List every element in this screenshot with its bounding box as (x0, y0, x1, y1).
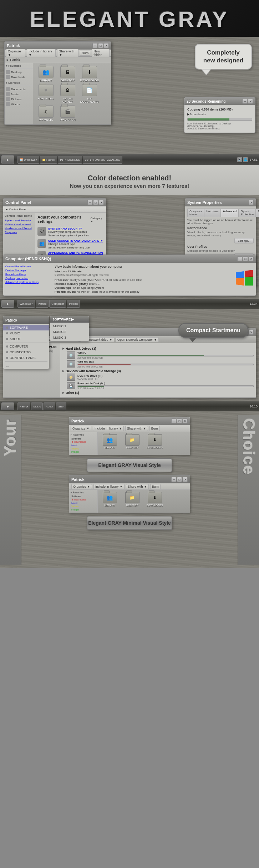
sysinfo-device-mgr[interactable]: Device Manager (5, 269, 52, 272)
computer-close[interactable]: ✕ (249, 330, 254, 335)
sysinfo-max[interactable]: □ (243, 256, 248, 261)
style-btn-1[interactable]: Elegant GRAY Visual Style (87, 458, 172, 472)
tab-remote[interactable]: Remote (256, 209, 259, 217)
dvd-item[interactable]: 📀 DVD-RW Drive (F:) 60.42MB Disk (4:) (62, 374, 254, 381)
minimize-button[interactable]: ─ (92, 43, 97, 48)
tab-advanced[interactable]: Advanced (221, 209, 239, 217)
sysprops-close[interactable]: ✕ (249, 200, 254, 205)
choice-s1-software[interactable]: Software (71, 437, 96, 440)
taskbar2-btn-computer[interactable]: Computer (49, 300, 66, 308)
choice-folder-desk-2[interactable]: 📁 DESKTOP (122, 492, 142, 510)
smi-music[interactable]: MUSIC (3, 330, 49, 336)
taskbar2-btn-patrick2[interactable]: Patrick (67, 300, 80, 308)
smi-controlpanel[interactable]: CONTROL PANEL (3, 355, 49, 361)
start-button-1[interactable]: ▶ (1, 155, 14, 164)
choice-exp1-share[interactable]: Share with ▼ (125, 426, 148, 431)
folder-music[interactable]: ♫ MY MUSIC (36, 106, 56, 122)
choice-s2-videos[interactable]: Videos (71, 505, 96, 508)
copy-close[interactable]: ✕ (248, 99, 253, 104)
choice-exp1-min[interactable]: ─ (171, 418, 176, 423)
folder-videos[interactable]: 🎬 MY VIDEOS (58, 106, 77, 122)
sysinfo-remote[interactable]: Remote settings (5, 273, 52, 276)
cp-system[interactable]: System and Security (5, 219, 34, 222)
sidebar-downloads[interactable]: Downloads (5, 75, 33, 79)
smi-connect[interactable]: CONNECT TO (3, 349, 49, 355)
smi-r-music1[interactable]: MUSIC 1 (50, 323, 89, 329)
cp-system-title[interactable]: SYSTEM AND SECURITY (48, 227, 89, 230)
choice-s2-software[interactable]: Software (71, 495, 96, 498)
tab-system-protect[interactable]: System Protection (239, 209, 256, 217)
maximize-button[interactable]: □ (98, 43, 103, 48)
sysinfo-advanced[interactable]: Advanced system settings (5, 281, 52, 284)
sysinfo-close[interactable]: ✕ (249, 256, 254, 261)
tab-hardware[interactable]: Hardware (204, 209, 221, 217)
choice-folder-lib-1[interactable]: 👥 LIBRARY (100, 434, 120, 453)
choice-s2-downloads[interactable]: ⬇ downloads (71, 498, 96, 502)
cp-max[interactable]: □ (93, 200, 98, 205)
folder-documents[interactable]: 📄 MY DOCUMENTS (80, 84, 99, 103)
cp-hardware[interactable]: Hardware and Sound (5, 227, 34, 230)
toolbar-organize[interactable]: Organize ▼ (6, 49, 25, 57)
drive-d-item[interactable]: 💿 WIN-RO (E:) 238.00 free on 601 GB (62, 360, 254, 368)
smi-about[interactable]: ABOUT (3, 336, 49, 342)
toolbar-burn[interactable]: Burn (80, 51, 90, 56)
choice-folder-desk-1[interactable]: 📁 DESKTOP (122, 434, 142, 453)
sysinfo-min[interactable]: ─ (237, 256, 242, 261)
taskbar3-btn-music[interactable]: Music (31, 402, 43, 410)
taskbar2-btn-patrick[interactable]: Patrick (36, 300, 49, 308)
cp-programs[interactable]: Programs (5, 231, 34, 234)
sidebar-music[interactable]: Music (5, 92, 33, 97)
taskbar3-btn-start[interactable]: Start (56, 402, 66, 410)
start-button-3[interactable]: ▶ (1, 402, 14, 410)
choice-exp1-organize[interactable]: Organize ▼ (71, 426, 91, 431)
taskbar3-btn-p[interactable]: Patrick (17, 402, 30, 410)
sidebar-videos[interactable]: Videos (5, 102, 33, 107)
choice-s1-images[interactable]: images (71, 450, 96, 453)
style-btn-2[interactable]: Elegant GRAY Minimal Visual Style (87, 516, 172, 530)
choice-s1-downloads[interactable]: ⬇ downloads (71, 440, 96, 444)
smi-more[interactable]: ... (3, 363, 49, 368)
cp-view-dropdown[interactable]: Category ▼ (90, 217, 104, 223)
smi-computer[interactable]: COMPUTER (3, 344, 49, 349)
choice-s1-videos[interactable]: Videos (71, 447, 96, 450)
cp-min[interactable]: ─ (87, 200, 92, 205)
removable-item[interactable]: 💾 Removable Disk (H:) 3.25 GB free of 3.… (62, 382, 254, 390)
choice-exp2-max[interactable]: □ (177, 477, 182, 482)
smi-r-music3[interactable]: MUSIC 3 (50, 335, 89, 340)
choice-exp2-include[interactable]: Include in library ▼ (93, 484, 125, 489)
smi-r-music2[interactable]: MUSIC 2 (50, 329, 89, 335)
taskbar2-btn-w7[interactable]: Windows7 (17, 300, 35, 308)
choice-exp1-burn[interactable]: Burn (149, 426, 160, 431)
taskbar-btn-inprogress[interactable]: IN PROGRESS (58, 156, 82, 164)
folder-downloads[interactable]: ⬇ DOWNLOADS (80, 66, 99, 82)
sidebar-desktop[interactable]: Desktop (5, 70, 33, 75)
cp-network[interactable]: Network and Internet (5, 223, 34, 226)
choice-exp2-burn[interactable]: Burn (150, 484, 161, 489)
smi-software[interactable]: SOFTWARE (3, 325, 49, 330)
toolbar-share[interactable]: Share with ▼ (57, 49, 78, 57)
copy-minimize[interactable]: ─ (242, 99, 247, 104)
cp-appearance-title[interactable]: APPEARANCE AND PERSONALIZATION (48, 251, 104, 255)
toolbar-newfolder[interactable]: New folder (92, 49, 110, 57)
choice-s1-music[interactable]: Music (71, 444, 96, 447)
sysinfo-protection[interactable]: System protection (5, 277, 52, 280)
folder-favorites[interactable]: ♥ FAVORITES (36, 84, 56, 103)
cp-users-title[interactable]: USER ACCOUNTS AND FAMILY SAFETY (48, 239, 103, 242)
choice-exp2-share[interactable]: Share with ▼ (126, 484, 149, 489)
choice-exp2-min[interactable]: ─ (171, 477, 176, 482)
cp-close[interactable]: ✕ (99, 200, 104, 205)
perf-settings-btn[interactable]: Settings... (234, 238, 254, 243)
choice-exp2-organize[interactable]: Organize ▼ (71, 484, 92, 489)
folder-savedgames[interactable]: ⚙ SAVED GAMES (58, 84, 77, 103)
choice-s2-music[interactable]: Music (71, 502, 96, 505)
taskbar-btn-patrick[interactable]: 📁 Patrick (40, 156, 57, 164)
tab-computer-name[interactable]: Computer Name (187, 209, 204, 217)
start-button-2[interactable]: ▶ (1, 300, 14, 308)
taskbar-btn-w7[interactable]: 🪟 Windows7 (17, 156, 39, 164)
folder-library[interactable]: 👥 LIBRARY (36, 66, 56, 82)
copy-details-btn[interactable]: ▶ More details (187, 113, 252, 116)
choice-exp2-close[interactable]: ✕ (183, 477, 188, 482)
choice-folder-dl-1[interactable]: ⬇ DOWNLOADS (145, 434, 164, 453)
sysinfo-home[interactable]: Control Panel Home (5, 265, 52, 268)
close-button[interactable]: ✕ (104, 43, 109, 48)
